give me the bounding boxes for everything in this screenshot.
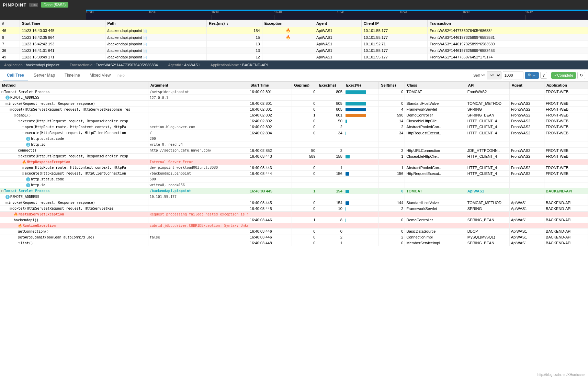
complete-button[interactable]: ✓Complete [551, 72, 576, 79]
table-row[interactable]: 9 11/23 16:42:35 864 /backendapi.pinpoin… [0, 34, 588, 41]
call-tree-row[interactable]: ⊟execute(HttpRequest request, HttpClient… [0, 130, 588, 136]
cell-gap [292, 142, 317, 147]
cell-application: FRONT-WEB [544, 101, 588, 107]
call-tree-row[interactable]: 🔥RuntimeException cubrid.jdbc.driver.CUB… [0, 223, 588, 229]
col-header-path: Path [105, 20, 206, 27]
cell-argument: false [148, 234, 248, 240]
cell-id: 9 [0, 34, 20, 41]
cell-gap: 1 [292, 188, 317, 194]
tab-timeline[interactable]: Timeline [60, 71, 84, 80]
cell-api: SPRING [466, 205, 509, 211]
cell-api [466, 194, 509, 200]
call-tree-row[interactable]: ihttp.io write=0, read=34 [0, 142, 588, 147]
call-tree-row[interactable]: ⊟demo1() 16:40:02 802 1 801 590 DemoCont… [0, 112, 588, 118]
timeline-tick-line [337, 15, 337, 20]
call-tree-row[interactable]: ⊟list() 16:40:03 448 0 1 0 MemberService… [0, 240, 588, 246]
cell-start-time [248, 182, 292, 188]
appname-value: BACKEND-API [242, 63, 268, 67]
cell-class: FrameworkServlet [405, 107, 466, 112]
col-header-start-time: Start Time [248, 82, 292, 89]
cell-method: ⊟execute(HttpRequest request, HttpClient… [0, 130, 148, 136]
refresh-button[interactable]: ↻ [577, 72, 585, 79]
call-tree-row[interactable]: backendapi() 16:40:03 446 1 8 0 DemoCont… [0, 217, 588, 223]
call-tree-row[interactable]: ⊟Tomcat Servlet Process /netspider.pinpo… [0, 89, 588, 95]
call-tree-row[interactable]: ⊟Tomcat Servlet Process /backendapi.pinp… [0, 188, 588, 194]
table-row[interactable]: 7 11/23 16:42:42 193 /backendapi.pinpoin… [0, 41, 588, 47]
call-tree-row[interactable]: ⊟open(HttpRoute route, HttpContext conte… [0, 124, 588, 130]
call-tree-row[interactable]: ihttp.status.code 500 [0, 176, 588, 182]
cell-application: FRONT-WEB [544, 118, 588, 124]
tab-mixed-view[interactable]: Mixed View [86, 71, 115, 80]
transaction-value: FrontWAS2*1447735076405*686834 [95, 63, 158, 67]
cell-res: 15 [207, 34, 262, 41]
call-tree-scroll[interactable]: Method Argument Start Time Gap(ms) Exec(… [0, 82, 588, 364]
cell-api [466, 212, 509, 217]
col-header-gap: Gap(ms) [292, 82, 317, 89]
call-tree-row[interactable]: getConnection() 16:40:03 446 0 0 0 Basic… [0, 229, 588, 234]
cell-class: CloseableHttpClie.. [405, 118, 466, 124]
cell-exec-pct [344, 136, 378, 142]
help-button[interactable]: ? [540, 72, 547, 79]
self-value-input[interactable] [503, 71, 523, 79]
call-tree-row[interactable]: iREMOTE_ADDRESS 127.0.0.1 [0, 95, 588, 101]
cell-exception [262, 54, 314, 60]
cell-exec-pct [344, 101, 378, 107]
call-tree-row[interactable]: ⊟execute(HttpRequest request, HttpClient… [0, 170, 588, 176]
cell-method: ⊟list() [0, 240, 148, 246]
cell-agent: ApiWAS1 [509, 234, 544, 240]
cell-self: 2 [379, 147, 405, 153]
call-tree-row[interactable]: ihttp.status.code 200 [0, 136, 588, 142]
cell-method: getConnection() [0, 229, 148, 234]
cell-exec-pct [344, 112, 378, 118]
search-button[interactable]: 🔍→ [525, 72, 539, 79]
call-tree-row[interactable]: ⊟invoke(Request request, Response respon… [0, 101, 588, 107]
cell-exec: 2 [317, 124, 344, 130]
cell-agent [509, 159, 544, 165]
call-tree-row[interactable]: connect() http://section.cafe.naver.com/… [0, 147, 588, 153]
cell-argument: cubrid.jdbc.driver.CUBRIDException: Synt… [148, 223, 248, 229]
timeline-tick: 16:41 [337, 10, 345, 14]
cell-application: FRONT-WEB [544, 107, 588, 112]
info-agent: AgentId : ApiWAS1 [168, 63, 200, 67]
cell-argument: /netspider.pinpoint [148, 89, 248, 95]
call-tree-row[interactable]: ⊟doGet(HttpServletRequest request, HttpS… [0, 107, 588, 112]
call-tree-row[interactable]: ⊟doPost(HttpServletRequest request, Http… [0, 205, 588, 211]
call-tree-row[interactable]: 🔥NestedServletException Request processi… [0, 212, 588, 217]
cell-application: BACKEND-API [544, 240, 588, 246]
cell-argument [148, 107, 248, 112]
cell-start-time [248, 212, 292, 217]
cell-gap: 0 [292, 170, 317, 176]
cell-gap: 0 [292, 89, 317, 95]
cell-argument [148, 153, 248, 159]
table-row[interactable]: 46 11/23 16:40:03 445 /backendapi.pinpoi… [0, 27, 588, 34]
call-tree-row[interactable]: iREMOTE_ADDRESS 10.101.55.177 [0, 194, 588, 200]
call-tree-row[interactable]: ⊟invoke(Request request, Response respon… [0, 200, 588, 205]
cell-self [379, 176, 405, 182]
table-row[interactable]: 36 11/23 16:41:01 641 /backendapi.pinpoi… [0, 47, 588, 54]
tab-bar: Call Tree Server Map Timeline Mixed View… [0, 69, 588, 82]
cell-gap [292, 136, 317, 142]
cell-exec [317, 159, 344, 165]
cell-start-time: 16:40:03 445 [248, 188, 292, 194]
agent-value: ApiWAS1 [184, 63, 200, 67]
tab-server-map[interactable]: Server Map [30, 71, 59, 80]
call-tree-row[interactable]: ⊟execute(HttpUriRequest request, Respons… [0, 153, 588, 159]
cell-class: CloseableHttpClie.. [405, 153, 466, 159]
table-row[interactable]: 49 11/23 16:39:49 171 /backendapi.pinpoi… [0, 54, 588, 60]
cell-application [544, 159, 588, 165]
cell-gap [292, 194, 317, 200]
cell-application [544, 182, 588, 188]
cell-method: setAutoCommit(boolean autoCommitFlag) [0, 234, 148, 240]
call-tree-row[interactable]: ⊟open(HttpRoute route, HttpContext conte… [0, 165, 588, 170]
call-tree-row[interactable]: setAutoCommit(boolean autoCommitFlag) fa… [0, 234, 588, 240]
call-tree-row[interactable]: ⊟execute(HttpUriRequest request, Respons… [0, 118, 588, 124]
timeline-tick-line [274, 15, 274, 20]
self-operator-select[interactable]: >= <= = [487, 71, 501, 79]
cell-application: BACKEND-API [544, 229, 588, 234]
call-tree-row[interactable]: ihttp.io write=0, read=156 [0, 182, 588, 188]
tab-call-tree[interactable]: Call Tree [3, 71, 28, 80]
appname-label: ApplicationName : [211, 63, 241, 67]
cell-argument: write=0, read=156 [148, 182, 248, 188]
call-tree-row[interactable]: 🔥HttpResponseException Internal Server E… [0, 159, 588, 165]
cell-application: FRONT-WEB [544, 153, 588, 159]
